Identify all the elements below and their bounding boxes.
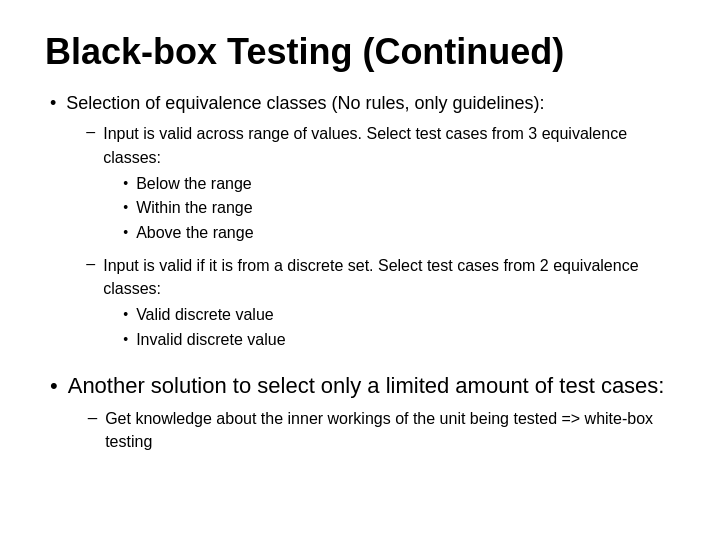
dash-item-2: – Input is valid if it is from a discret… (86, 254, 675, 355)
bullet-1-dot: • (50, 93, 56, 114)
nested-item-1: • Below the range (123, 173, 675, 195)
nested-item-4: • Valid discrete value (123, 304, 675, 326)
dash-3-text: Get knowledge about the inner workings o… (105, 407, 675, 453)
dash-1-text: Input is valid across range of values. S… (103, 125, 627, 165)
nested-item-5: • Invalid discrete value (123, 329, 675, 351)
bullet-2-dot: • (50, 373, 58, 399)
dash-2: – (86, 255, 95, 273)
nested-list-2: • Valid discrete value • Invalid discret… (123, 304, 675, 351)
dash-1: – (86, 123, 95, 141)
nested-dot-4: • (123, 306, 128, 322)
nested-text-2: Within the range (136, 197, 253, 219)
dash-item-1: – Input is valid across range of values.… (86, 122, 675, 248)
nested-dot-1: • (123, 175, 128, 191)
nested-list-1: • Below the range • Within the range • A… (123, 173, 675, 244)
nested-text-5: Invalid discrete value (136, 329, 285, 351)
bullet-2-text: Another solution to select only a limite… (68, 373, 665, 398)
dash-item-3: – Get knowledge about the inner workings… (88, 407, 675, 453)
slide: Black-box Testing (Continued) • Selectio… (0, 0, 720, 540)
nested-item-3: • Above the range (123, 222, 675, 244)
dash-3: – (88, 408, 97, 428)
bullet-2-sublist: – Get knowledge about the inner workings… (88, 407, 675, 453)
nested-dot-3: • (123, 224, 128, 240)
nested-text-1: Below the range (136, 173, 252, 195)
nested-item-2: • Within the range (123, 197, 675, 219)
nested-dot-2: • (123, 199, 128, 215)
slide-title: Black-box Testing (Continued) (45, 30, 675, 73)
bullet-1-sublist: – Input is valid across range of values.… (86, 122, 675, 355)
bullet-1-text: Selection of equivalence classes (No rul… (66, 93, 544, 113)
dash-2-text: Input is valid if it is from a discrete … (103, 257, 638, 297)
nested-text-4: Valid discrete value (136, 304, 274, 326)
bullet-2: • Another solution to select only a limi… (50, 371, 675, 459)
nested-dot-5: • (123, 331, 128, 347)
nested-text-3: Above the range (136, 222, 253, 244)
bullet-1: • Selection of equivalence classes (No r… (50, 91, 675, 361)
